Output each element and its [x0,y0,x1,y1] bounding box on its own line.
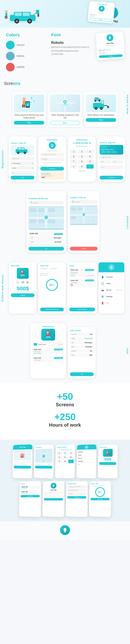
key-3[interactable]: 3 [86,150,94,154]
footer-logo [60,525,70,536]
menu-settings[interactable]: ⚙️ Settings [100,293,122,300]
submit-btn[interactable]: Submit [11,293,34,297]
search-bar-2[interactable]: 🔍 Search [70,200,98,204]
svg-rect-89 [71,208,76,211]
svg-rect-15 [6,16,7,19]
key-confirm[interactable]: ✓ [86,164,94,168]
new-user-link[interactable]: New user [70,170,94,172]
checkin-nav: ‹ [11,139,34,141]
svg-point-38 [64,101,66,103]
menu-exit[interactable]: 🚪 Exit [100,300,122,306]
menu-account[interactable]: 👤 Account [100,274,122,280]
svg-rect-54 [22,148,24,150]
call-driver-btn[interactable]: Call the driver [69,308,95,311]
svg-rect-53 [18,148,21,150]
order-444-card[interactable]: Order 444 Performing Volkswagen 20.09.20… [69,268,95,278]
checkin-phone: ‹ Check in. Step 4/5 Add a car Volkswage… [9,136,36,182]
footer [0,521,130,540]
hero-section: GasPay Personal Area Gas pay Order 444 P… [0,0,130,28]
cancel-icon[interactable]: ✕ [70,284,73,286]
restore-password-link[interactable]: Restore password [70,146,94,147]
pa-order-445[interactable]: Order 445 Performing Volkswagen [32,356,64,362]
iso-screen-8: Registration +7 (910) 25 255 75 Enter SM… [66,481,88,517]
detail-row-6: Price 500$ [70,354,94,357]
hours-label: Hours of work [49,422,81,428]
search-bar[interactable]: 🔍 Search [28,201,64,204]
svg-rect-19 [23,100,26,104]
car-row: Car Volkswagen [30,236,63,240]
swatch-label-3: e46565 [16,66,24,68]
key-9[interactable]: 9 [86,160,94,164]
screen-2-back-btn[interactable]: Back [50,121,80,125]
svg-point-93 [83,214,84,214]
svg-rect-74 [38,219,45,223]
svg-point-6 [16,20,18,22]
model-select[interactable]: AUDI ▾ [11,166,34,170]
menu-order[interactable]: 📋 Order [100,280,122,287]
back-arrow-2[interactable]: ‹ [70,194,70,196]
svg-text:$: $ [30,102,32,103]
detail-row-5: Amount 10L [70,349,94,352]
key-6[interactable]: 6 [86,154,94,159]
screen-1-next-btn[interactable]: Next [14,121,44,124]
key-7[interactable]: 7 [70,160,77,164]
save-btn[interactable]: Save [11,176,34,180]
location-phone-large: ‹ Location of the car 🔍 Search [26,191,66,253]
svg-rect-48 [95,97,98,99]
screen-3-next-btn[interactable]: Next [86,118,116,122]
info-label: Info [126,348,129,354]
add-car-input[interactable]: Add a car [11,157,34,160]
swatch-label-1: 1bca13 [16,44,24,46]
expiry-input[interactable]: MM [100,160,111,164]
iso-screen-3: Authorization +7 (910) 23 255 75 1 2 3 4… [55,444,75,478]
key-8[interactable]: 8 [78,160,85,164]
send-sms-hint: Send SMS again (enter code here) [40,162,64,163]
key-5[interactable]: 5 [78,154,85,159]
cvv-input[interactable]: CVV [100,166,123,169]
svg-point-50 [98,100,100,102]
menu-mycar[interactable]: 🚗 My car Order 444 [100,287,122,293]
order-445-card[interactable]: Order 445 Performing Volkswagen ✕ [69,278,95,287]
info-section: Info Personal Area ⛽ 37% Credit Card ***… [0,318,130,383]
sms-input[interactable]: 001345 [40,157,64,161]
year-input-card[interactable]: 2019 [112,160,123,164]
decrement-btn[interactable]: - [16,280,20,284]
creditcard-phone: ‹ Check in. Step 5/5 Credit Card 1020 10… [98,136,125,182]
key-delete[interactable]: × [70,164,77,168]
phone-icon [49,142,56,149]
phone-input[interactable]: +7 (910) 25 255 75 [40,152,64,156]
iso-screen-5: New Order ⛽ 500$ [98,444,118,478]
svg-rect-3 [15,12,22,16]
hero-car-illustration [4,6,44,24]
back-arrow[interactable]: ‹ [28,194,29,196]
order-info: Order 444 Performing Car Volkswagen Date… [28,232,64,246]
location-screens: ‹ Location of the car 🔍 Search [4,191,122,253]
swatch-teal [6,41,14,49]
year-input[interactable]: 10 [11,171,34,175]
screens-label: Screens [56,402,74,407]
key-1[interactable]: 1 [70,150,77,154]
ok-detail-btn[interactable]: Ok [70,372,94,376]
svg-point-49 [95,100,96,102]
continue-card-btn[interactable]: Continue [100,176,123,180]
continue-btn[interactable]: Continue [40,167,64,170]
screen-card-1: $ $ $ Online payment directly from your … [12,92,46,127]
brand-select[interactable]: Volkswagen ▾ [11,162,34,165]
auth-title: Authorization [70,139,94,141]
fuel-gauge: ⛽ 37% [11,268,34,279]
delete-btn[interactable]: Delete [70,247,98,250]
screens-grid: $ $ $ Online payment directly from your … [4,92,126,127]
timer-circle: 15min [46,279,58,291]
svg-point-103 [64,529,66,531]
key-2[interactable]: 2 [78,150,85,154]
colors-group: Colors 1bca13 63b5cb e46565 [6,32,45,72]
wait-driver-btn[interactable]: Wait for the driver [40,308,64,311]
screens-stat: +50 Screens [4,391,126,408]
ok-btn[interactable]: Ok [28,247,64,250]
key-0[interactable]: 0 [78,164,85,168]
key-4[interactable]: 4 [70,154,77,159]
card-number-input[interactable]: 1020 1010 1011 [100,156,123,159]
pa-order-444[interactable]: Order 444 Performing Volkswagen View det… [32,348,64,355]
increment-btn[interactable]: + [26,280,30,284]
svg-point-36 [64,104,66,106]
